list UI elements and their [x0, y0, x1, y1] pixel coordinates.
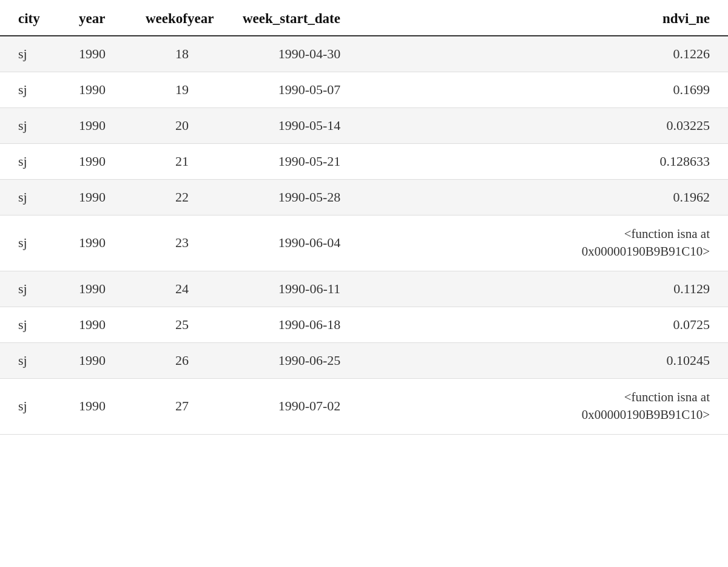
cell-weekofyear: 24: [133, 271, 231, 307]
cell-year: 1990: [67, 36, 133, 72]
table-row: sj1990221990-05-280.1962: [0, 180, 728, 216]
cell-ndvi-ne: <function isna at0x00000190B9B91C10>: [388, 378, 728, 434]
data-table: city year weekofyear week_start_date ndv…: [0, 0, 728, 435]
cell-city: sj: [0, 271, 67, 307]
cell-weekofyear: 26: [133, 342, 231, 378]
cell-ndvi-ne: 0.128633: [388, 144, 728, 180]
cell-city: sj: [0, 180, 67, 216]
header-year: year: [67, 0, 133, 36]
cell-weekofyear: 25: [133, 307, 231, 342]
cell-ndvi-ne: 0.03225: [388, 108, 728, 144]
cell-city: sj: [0, 378, 67, 434]
table-row: sj1990241990-06-110.1129: [0, 271, 728, 307]
cell-year: 1990: [67, 216, 133, 271]
cell-ndvi-ne: 0.1129: [388, 271, 728, 307]
cell-ndvi-ne: <function isna at0x00000190B9B91C10>: [388, 216, 728, 271]
cell-weekofyear: 21: [133, 144, 231, 180]
cell-week-start-date: 1990-05-21: [231, 144, 388, 180]
cell-year: 1990: [67, 72, 133, 108]
cell-city: sj: [0, 307, 67, 342]
table-row: sj1990211990-05-210.128633: [0, 144, 728, 180]
cell-year: 1990: [67, 144, 133, 180]
cell-weekofyear: 19: [133, 72, 231, 108]
cell-weekofyear: 18: [133, 36, 231, 72]
cell-city: sj: [0, 108, 67, 144]
cell-year: 1990: [67, 378, 133, 434]
cell-week-start-date: 1990-06-04: [231, 216, 388, 271]
cell-weekofyear: 22: [133, 180, 231, 216]
header-city: city: [0, 0, 67, 36]
cell-ndvi-ne: 0.1226: [388, 36, 728, 72]
cell-city: sj: [0, 342, 67, 378]
cell-year: 1990: [67, 180, 133, 216]
cell-ndvi-ne: 0.1699: [388, 72, 728, 108]
table-row: sj1990231990-06-04<function isna at0x000…: [0, 216, 728, 271]
cell-week-start-date: 1990-07-02: [231, 378, 388, 434]
table-row: sj1990271990-07-02<function isna at0x000…: [0, 378, 728, 434]
table-row: sj1990191990-05-070.1699: [0, 72, 728, 108]
cell-city: sj: [0, 36, 67, 72]
cell-weekofyear: 27: [133, 378, 231, 434]
cell-week-start-date: 1990-05-14: [231, 108, 388, 144]
main-container: city year weekofyear week_start_date ndv…: [0, 0, 728, 567]
table-row: sj1990251990-06-180.0725: [0, 307, 728, 342]
cell-weekofyear: 20: [133, 108, 231, 144]
cell-week-start-date: 1990-06-18: [231, 307, 388, 342]
header-ndvi-ne: ndvi_ne: [388, 0, 728, 36]
table-row: sj1990181990-04-300.1226: [0, 36, 728, 72]
header-weekofyear: weekofyear: [133, 0, 231, 36]
cell-year: 1990: [67, 271, 133, 307]
cell-city: sj: [0, 216, 67, 271]
cell-ndvi-ne: 0.10245: [388, 342, 728, 378]
cell-ndvi-ne: 0.0725: [388, 307, 728, 342]
cell-week-start-date: 1990-05-07: [231, 72, 388, 108]
cell-ndvi-ne: 0.1962: [388, 180, 728, 216]
cell-year: 1990: [67, 307, 133, 342]
cell-week-start-date: 1990-06-11: [231, 271, 388, 307]
cell-year: 1990: [67, 108, 133, 144]
table-row: sj1990201990-05-140.03225: [0, 108, 728, 144]
table-row: sj1990261990-06-250.10245: [0, 342, 728, 378]
header-week-start-date: week_start_date: [231, 0, 388, 36]
cell-week-start-date: 1990-06-25: [231, 342, 388, 378]
table-header-row: city year weekofyear week_start_date ndv…: [0, 0, 728, 36]
cell-year: 1990: [67, 342, 133, 378]
cell-week-start-date: 1990-05-28: [231, 180, 388, 216]
cell-city: sj: [0, 144, 67, 180]
cell-weekofyear: 23: [133, 216, 231, 271]
cell-week-start-date: 1990-04-30: [231, 36, 388, 72]
cell-city: sj: [0, 72, 67, 108]
